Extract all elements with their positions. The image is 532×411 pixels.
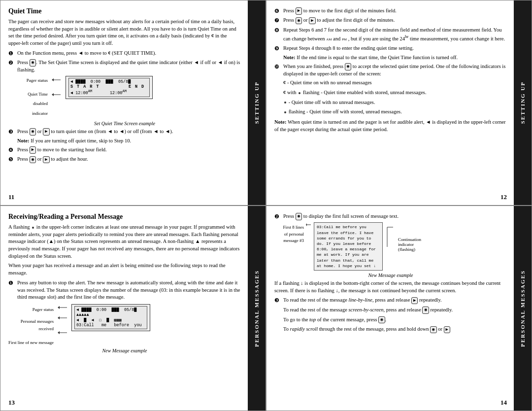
svg-marker-7 [58, 316, 60, 319]
btn-7a: ◉ [296, 17, 302, 25]
quiet-time-title: Quiet Time [8, 7, 241, 15]
message-screen-container: First 8 linesof personalmessage #3 03:Ca… [274, 222, 507, 271]
btn-scroll2: ▶ [444, 326, 450, 334]
tab-label-left: SETTING UP [254, 81, 260, 124]
page-number-14: 14 [500, 399, 507, 407]
btn-display: ◉ [296, 213, 302, 220]
btn-10: ◉ [345, 63, 351, 70]
quiet-time-intro: The pager can receive and store new mess… [8, 18, 241, 47]
quiet-time-step-1: ❶ On the Function menu, press ◄ to move … [8, 50, 241, 57]
setting-up-right-content: ❻ Press ▶ to move to the first digit of … [266, 0, 532, 187]
btn-6: ▶ [296, 7, 302, 15]
page-grid: Quiet Time The pager can receive and sto… [0, 0, 532, 411]
continuation-arrow [386, 222, 396, 252]
quiet-time-diagram: Pager status Quiet Timedisabledindicator… [8, 76, 241, 119]
quiet-time-step-2: ❷ Press ◉. The Set Quiet Time screen is … [8, 59, 241, 74]
btn-arrow2: ▶ [30, 146, 36, 154]
nm-line-3: ◄ █ ◄ ☐ █ ▦▦▦ [76, 317, 145, 323]
msg-line-8: at home. I hope you set ↓ [317, 263, 380, 269]
tab-label-right: SETTING UP [520, 81, 526, 124]
btn-circle: ◉ [30, 128, 36, 136]
personal-messages-left-content: Receiving/Reading a Personal Message A f… [0, 206, 266, 393]
msg-screen-labels: First 8 linesof personalmessage #3 [274, 222, 304, 244]
screen-box-outer: ◄ ████ 0:00 ███ 05/8█ START END ◄ 12:00A… [66, 76, 153, 99]
rapid-scroll-text: To rapidly scroll through the rest of th… [283, 326, 507, 333]
page-number-12: 12 [500, 193, 507, 201]
svg-marker-1 [52, 78, 54, 81]
screen-caption: Set Quiet Time Screen example [8, 121, 241, 126]
btn-circle2: ◉ [30, 156, 36, 164]
setting-step-10: ❿ When you are finished, press ◉ to acce… [274, 63, 507, 78]
svg-marker-5 [58, 306, 60, 309]
btn-7b: ▶ [309, 17, 315, 25]
msg-line-7: later than that, call me [317, 258, 380, 263]
new-message-screen-box: ◄ ████ 0:00 ███ 05/8█ ▲▲▲▲▲ ◄ █ ◄ ☐ █ ▦▦… [71, 304, 150, 331]
indicator-4: flashing - Quiet time off with stored, u… [283, 108, 507, 116]
setting-step-8: ❽ Repeat Steps 6 and 7 for the second di… [274, 27, 507, 43]
msg-line-4: do. If you leave before [317, 241, 380, 246]
message-screen-box: 03:Call me before you leave the office. … [314, 222, 383, 271]
new-message-screen: ◄ ████ 0:00 ███ 05/8█ ▲▲▲▲▲ ◄ █ ◄ ☐ █ ▦▦… [71, 304, 150, 331]
setting-up-tab-right: SETTING UP [514, 0, 532, 205]
screen-box-inner: ◄ ████ 0:00 ███ 05/8█ START END ◄ 12:00A… [68, 78, 150, 97]
panel-personal-messages-left: Receiving/Reading a Personal Message A f… [0, 206, 266, 411]
quiet-time-content: Quiet Time The pager can receive and sto… [0, 0, 266, 187]
btn-arrow: ▶ [43, 128, 49, 136]
btn-lineby: ▶ [411, 297, 418, 305]
panel-personal-messages-right: ❷ Press ◉ to display the first full scre… [266, 206, 532, 411]
screen-line-2: START END [70, 84, 148, 89]
step9-note: Note: If the end time is equal to the st… [283, 54, 507, 62]
page-number-11: 11 [8, 193, 14, 201]
panel-setting-up-right: ❻ Press ▶ to move to the first digit of … [266, 0, 532, 206]
svg-marker-9 [58, 331, 60, 334]
setting-step-9: ❾ Repeat Steps 4 through 8 to enter the … [274, 45, 507, 52]
personal-messages-title: Receiving/Reading a Personal Message [8, 213, 241, 221]
nm-line-1: ◄ ████ 0:00 ███ 05/8█ [76, 308, 145, 312]
tab-label-personal-left: PERSONAL MESSAGES [254, 270, 260, 347]
setting-step-7: ❼ Press ◉ or ▶ to adjust the first digit… [274, 17, 507, 24]
continuation-label: Continuationindicator(flashing) [398, 237, 421, 252]
msg-line-6: me at work. If you are [317, 252, 380, 257]
msg-arrow [306, 222, 312, 227]
quiet-time-step-3: ❸ Press ◉ or ▶ to turn quiet time on (fr… [8, 128, 241, 136]
btn-top: ◉ [378, 316, 385, 324]
msg-line-5: 6:00, leave a message for [317, 246, 380, 252]
indicator-3: - Quiet time off with no unread messages… [283, 99, 507, 106]
personal-step-1: ❶ Press any button to stop the alert. Th… [8, 279, 241, 301]
diagram-label-first-line: First line of new message [8, 339, 54, 346]
setting-up-tab-left: SETTING UP [248, 0, 266, 205]
diagram-label-quiet-time: Quiet Timedisabledindicator [8, 90, 48, 119]
msg-line-2: leave the office. I have [317, 230, 380, 236]
final-note: Note: When quiet time is turned on and t… [274, 119, 507, 133]
msg-line-1: 03:Call me before you [317, 224, 380, 230]
quiet-time-step-5: ❺ Press ◉ or ▶ to adjust the hour. [8, 156, 241, 163]
setting-step-6: ❻ Press ▶ to move to the first digit of … [274, 7, 507, 15]
svg-marker-3 [52, 93, 54, 96]
personal-messages-intro: A flashing in the upper-left corner indi… [8, 224, 241, 260]
page-number-13: 13 [8, 399, 15, 407]
new-message-screen-inner: ◄ ████ 0:00 ███ 05/8█ ▲▲▲▲▲ ◄ █ ◄ ☐ █ ▦▦… [74, 306, 147, 329]
screen-by-screen-text: To read the rest of the message screen-b… [283, 307, 507, 314]
screen-line-3: ◄ 12:00AM 12:00AM [70, 89, 148, 96]
btn-arrow3: ▶ [43, 156, 49, 164]
new-message-caption: New Message example [8, 348, 241, 353]
msg-line-3: some errands for you to [317, 236, 380, 241]
new-message-diagram: Pager status Personal messagesreceived F… [8, 304, 241, 346]
svg-marker-11 [306, 223, 307, 226]
tab-label-personal-right: PERSONAL MESSAGES [520, 270, 526, 347]
quiet-time-step-4: ❹ Press ▶ to move to the starting hour f… [8, 146, 241, 154]
personal-messages-tab-right: PERSONAL MESSAGES [514, 206, 532, 411]
go-to-top-text: To go to the top of the current message,… [283, 316, 507, 324]
btn-screenby: ◉ [422, 307, 429, 314]
personal-step-3: ❸ To read the rest of the message line-b… [274, 297, 507, 304]
diagram-arrows-2 [57, 304, 68, 339]
button-icon: ◉ [30, 59, 36, 67]
indicator-2: ¢ with flashing - Quiet time enabled wit… [283, 89, 507, 97]
msg-label-first8: First 8 linesof personalmessage #3 [274, 224, 304, 244]
personal-messages-tab-left: PERSONAL MESSAGES [248, 206, 266, 411]
diagram-arrows [52, 76, 62, 101]
nm-line-4: 03:Call me before you [76, 323, 145, 328]
flashing-note: If a flashing ↓ is displayed in the bott… [274, 280, 507, 294]
btn-scroll1: ◉ [430, 326, 436, 334]
quiet-time-screen: ◄ ████ 0:00 ███ 05/8█ START END ◄ 12:00A… [66, 76, 153, 99]
